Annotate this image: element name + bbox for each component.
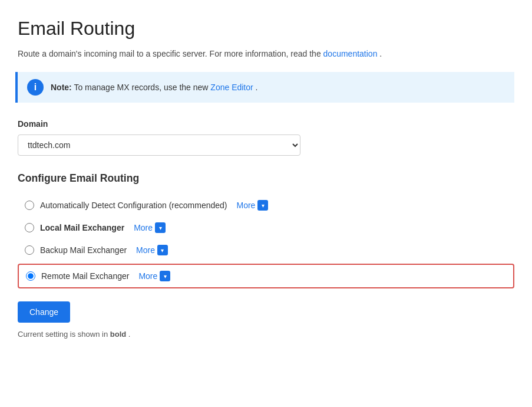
info-banner: i Note: To manage MX records, use the ne… bbox=[15, 72, 514, 103]
radio-row-backup: Backup Mail Exchanger More ▾ bbox=[18, 239, 514, 261]
radio-label-auto: Automatically Detect Configuration (reco… bbox=[40, 201, 227, 210]
radio-backup[interactable] bbox=[25, 245, 34, 255]
page-title: Email Routing bbox=[18, 18, 514, 40]
radio-auto[interactable] bbox=[25, 201, 34, 210]
radio-row-local: Local Mail Exchanger More ▾ bbox=[18, 216, 514, 239]
dropdown-arrow-remote: ▾ bbox=[160, 271, 170, 281]
change-button[interactable]: Change bbox=[18, 301, 70, 323]
radio-label-local: Local Mail Exchanger bbox=[40, 223, 124, 232]
more-button-backup[interactable]: More ▾ bbox=[136, 245, 168, 255]
radio-local[interactable] bbox=[25, 223, 34, 232]
dropdown-arrow-local: ▾ bbox=[155, 222, 166, 233]
more-button-remote[interactable]: More ▾ bbox=[138, 271, 170, 281]
banner-text: Note: To manage MX records, use the new … bbox=[51, 83, 257, 92]
dropdown-arrow-backup: ▾ bbox=[157, 245, 168, 255]
current-setting-text: Current setting is shown in bold . bbox=[18, 330, 514, 339]
radio-row-remote: Remote Mail Exchanger More ▾ bbox=[18, 264, 514, 288]
radio-row-auto: Automatically Detect Configuration (reco… bbox=[18, 194, 514, 216]
domain-select[interactable]: ttdtech.com bbox=[18, 134, 300, 156]
more-button-local[interactable]: More ▾ bbox=[134, 222, 166, 233]
zone-editor-link[interactable]: Zone Editor bbox=[210, 83, 253, 92]
info-icon: i bbox=[27, 79, 44, 96]
radio-label-remote: Remote Mail Exchanger bbox=[41, 271, 129, 281]
dropdown-arrow-auto: ▾ bbox=[257, 200, 268, 211]
domain-label: Domain bbox=[18, 119, 514, 129]
radio-group: Automatically Detect Configuration (reco… bbox=[18, 194, 514, 291]
page-description: Route a domain's incoming mail to a spec… bbox=[18, 48, 514, 60]
documentation-link[interactable]: documentation bbox=[323, 49, 378, 58]
configure-title: Configure Email Routing bbox=[18, 172, 514, 185]
radio-remote[interactable] bbox=[26, 271, 35, 281]
radio-label-backup: Backup Mail Exchanger bbox=[40, 245, 127, 255]
more-button-auto[interactable]: More ▾ bbox=[236, 200, 268, 211]
